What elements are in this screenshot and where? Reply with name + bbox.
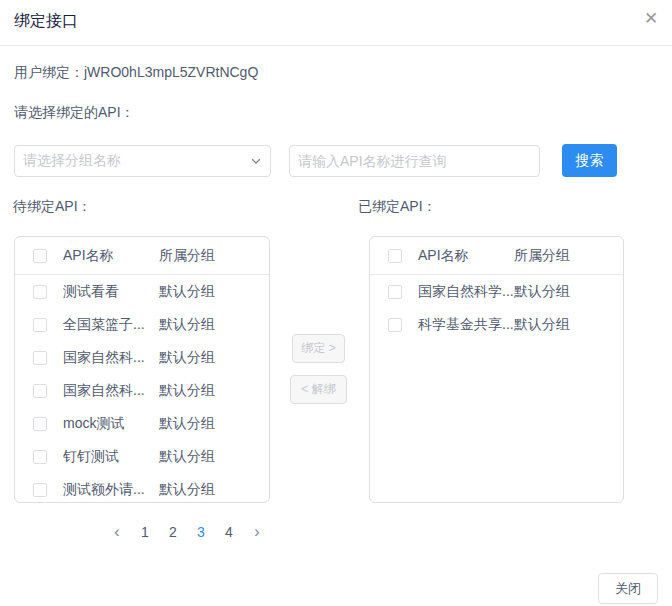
pagination: ‹ 1234 › xyxy=(103,521,271,543)
table-row[interactable]: 国家自然科... 默认分组 xyxy=(15,374,269,407)
dialog-header: 绑定接口 ✕ xyxy=(0,0,672,46)
pagination-page[interactable]: 3 xyxy=(191,521,211,543)
pending-api-table: API名称 所属分组 测试看看 默认分组 全国菜篮子... 默认分组 国家自然科… xyxy=(14,236,270,503)
select-all-checkbox[interactable] xyxy=(388,249,402,263)
column-header-group: 所属分组 xyxy=(159,247,269,265)
table-row[interactable]: 测试额外请... 默认分组 xyxy=(15,473,269,503)
group-cell: 默认分组 xyxy=(159,349,269,367)
row-checkbox[interactable] xyxy=(33,318,47,332)
group-cell: 默认分组 xyxy=(159,316,269,334)
pagination-next-icon[interactable]: › xyxy=(247,521,267,543)
api-name-cell: 全国菜篮子... xyxy=(63,316,159,334)
api-search-input[interactable] xyxy=(289,145,540,177)
search-button[interactable]: 搜索 xyxy=(562,144,617,177)
table-row[interactable]: 测试看看 默认分组 xyxy=(15,275,269,308)
dialog-title: 绑定接口 xyxy=(14,11,78,32)
column-header-api-name: API名称 xyxy=(63,247,159,265)
user-binding-label: 用户绑定： xyxy=(14,64,84,80)
pagination-page[interactable]: 1 xyxy=(135,521,155,543)
table-row[interactable]: 国家自然科学... 默认分组 xyxy=(370,275,623,308)
chevron-down-icon xyxy=(250,155,262,167)
pagination-page[interactable]: 2 xyxy=(163,521,183,543)
row-checkbox[interactable] xyxy=(33,351,47,365)
close-button[interactable]: 关闭 xyxy=(598,573,658,604)
pagination-prev-icon[interactable]: ‹ xyxy=(107,521,127,543)
bound-api-table: API名称 所属分组 国家自然科学... 默认分组 科学基金共享... 默认分组 xyxy=(369,236,624,503)
group-cell: 默认分组 xyxy=(159,481,269,499)
group-select[interactable]: 请选择分组名称 xyxy=(14,145,271,177)
bound-api-label: 已绑定API： xyxy=(358,198,437,216)
user-binding-line: 用户绑定：jWRO0hL3mpL5ZVRtNCgQ xyxy=(14,64,258,82)
row-checkbox[interactable] xyxy=(388,285,402,299)
row-checkbox[interactable] xyxy=(33,450,47,464)
row-checkbox[interactable] xyxy=(388,318,402,332)
group-select-placeholder: 请选择分组名称 xyxy=(23,152,250,170)
table-header: API名称 所属分组 xyxy=(370,237,623,275)
api-name-cell: 测试看看 xyxy=(63,283,159,301)
api-name-cell: 国家自然科... xyxy=(63,349,159,367)
table-row[interactable]: 科学基金共享... 默认分组 xyxy=(370,308,623,341)
bind-interface-dialog: 绑定接口 ✕ 用户绑定：jWRO0hL3mpL5ZVRtNCgQ 请选择绑定的A… xyxy=(0,0,672,606)
api-name-cell: 测试额外请... xyxy=(63,481,159,499)
bind-button[interactable]: 绑定 > xyxy=(292,334,345,363)
api-name-cell: mock测试 xyxy=(63,415,159,433)
row-checkbox[interactable] xyxy=(33,483,47,497)
table-row[interactable]: 钉钉测试 默认分组 xyxy=(15,440,269,473)
select-api-label: 请选择绑定的API： xyxy=(14,104,135,122)
column-header-group: 所属分组 xyxy=(514,247,623,265)
unbind-button[interactable]: < 解绑 xyxy=(290,375,347,404)
bound-table-body: 国家自然科学... 默认分组 科学基金共享... 默认分组 xyxy=(370,275,623,341)
column-header-api-name: API名称 xyxy=(418,247,514,265)
api-name-cell: 科学基金共享... xyxy=(418,316,514,334)
api-name-cell: 国家自然科... xyxy=(63,382,159,400)
table-row[interactable]: mock测试 默认分组 xyxy=(15,407,269,440)
group-cell: 默认分组 xyxy=(159,382,269,400)
group-cell: 默认分组 xyxy=(514,316,623,334)
user-binding-token: jWRO0hL3mpL5ZVRtNCgQ xyxy=(84,64,258,80)
pagination-page[interactable]: 4 xyxy=(219,521,239,543)
group-cell: 默认分组 xyxy=(159,448,269,466)
group-cell: 默认分组 xyxy=(159,415,269,433)
select-all-checkbox[interactable] xyxy=(33,249,47,263)
close-icon[interactable]: ✕ xyxy=(640,8,662,30)
pending-api-label: 待绑定API： xyxy=(13,198,92,216)
table-header: API名称 所属分组 xyxy=(15,237,269,275)
row-checkbox[interactable] xyxy=(33,285,47,299)
api-name-cell: 国家自然科学... xyxy=(418,283,514,301)
table-row[interactable]: 国家自然科... 默认分组 xyxy=(15,341,269,374)
row-checkbox[interactable] xyxy=(33,417,47,431)
pending-table-body: 测试看看 默认分组 全国菜篮子... 默认分组 国家自然科... 默认分组 国家… xyxy=(15,275,269,503)
group-cell: 默认分组 xyxy=(514,283,623,301)
row-checkbox[interactable] xyxy=(33,384,47,398)
table-row[interactable]: 全国菜篮子... 默认分组 xyxy=(15,308,269,341)
api-name-cell: 钉钉测试 xyxy=(63,448,159,466)
group-cell: 默认分组 xyxy=(159,283,269,301)
